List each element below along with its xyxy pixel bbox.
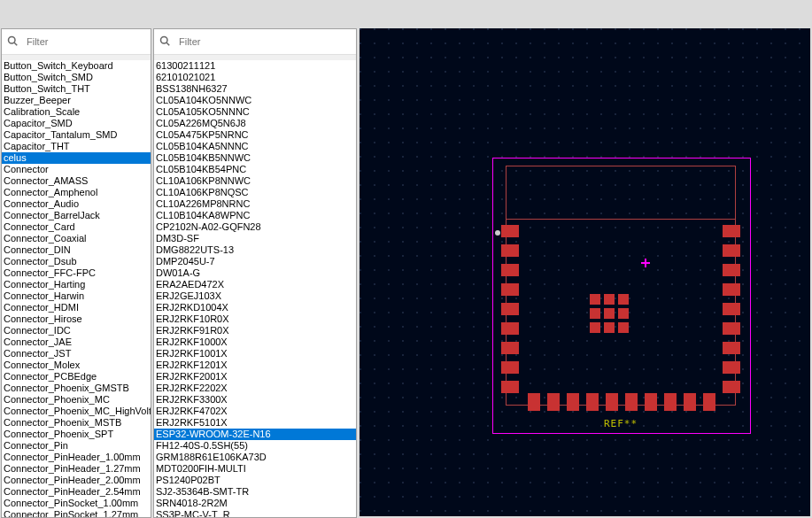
thermal-pad bbox=[590, 308, 600, 319]
list-item[interactable]: SS3P-MC-V-T_R bbox=[154, 509, 356, 517]
list-item[interactable]: CL05A475KP5NRNC bbox=[154, 129, 356, 141]
list-item[interactable]: Connector_IDC bbox=[2, 325, 151, 336]
list-item[interactable]: Connector_PinHeader_1.00mm bbox=[2, 452, 151, 463]
list-item[interactable]: DMG8822UTS-13 bbox=[154, 244, 356, 256]
list-item[interactable]: DMP2045U-7 bbox=[154, 256, 356, 267]
list-item[interactable]: celus bbox=[2, 152, 151, 164]
list-item[interactable]: Connector_AMASS bbox=[2, 175, 151, 187]
list-item[interactable]: Connector_Harting bbox=[2, 279, 151, 290]
list-item[interactable]: CL10A226MP8NRNC bbox=[154, 198, 356, 210]
list-item[interactable]: Connector_Phoenix_MSTB bbox=[2, 417, 151, 429]
list-item[interactable]: Capacitor_THT bbox=[2, 141, 151, 152]
list-item[interactable]: ERJ2RKF5101X bbox=[154, 417, 356, 429]
list-item[interactable]: Connector_Harwin bbox=[2, 290, 151, 302]
list-item[interactable]: CL05B104KB5NNWC bbox=[154, 152, 356, 164]
library-list[interactable]: Button_Switch_KeyboardButton_Switch_SMDB… bbox=[2, 60, 151, 517]
list-item[interactable]: ERJ2RKF91R0X bbox=[154, 325, 356, 336]
list-item[interactable]: ERJ2RKD1004X bbox=[154, 302, 356, 313]
app-window: Button_Switch_KeyboardButton_Switch_SMDB… bbox=[0, 0, 812, 518]
list-item[interactable]: Connector_PinHeader_2.00mm bbox=[2, 475, 151, 486]
silk-line bbox=[506, 219, 736, 220]
footprint-filter-row bbox=[154, 29, 356, 55]
list-item[interactable]: SRN4018-2R2M bbox=[154, 498, 356, 509]
list-item[interactable]: Connector_Amphenol bbox=[2, 187, 151, 198]
list-item[interactable]: Connector_Pin bbox=[2, 440, 151, 452]
list-item[interactable]: CP2102N-A02-GQFN28 bbox=[154, 221, 356, 233]
list-item[interactable]: Connector_Phoenix_MC_HighVolt… bbox=[2, 406, 151, 417]
preview-canvas[interactable]: REF** bbox=[360, 28, 810, 516]
list-item[interactable]: Buzzer_Beeper bbox=[2, 95, 151, 106]
smd-pad bbox=[501, 361, 519, 374]
list-item[interactable]: Connector_Dsub bbox=[2, 256, 151, 267]
smd-pad bbox=[723, 322, 740, 335]
list-item[interactable]: Connector_Coaxial bbox=[2, 233, 151, 244]
list-item[interactable]: CL05A226MQ5N6J8 bbox=[154, 118, 356, 129]
library-filter-row bbox=[2, 29, 151, 55]
list-item[interactable]: Connector bbox=[2, 164, 151, 175]
list-item[interactable]: 62101021021 bbox=[154, 72, 356, 83]
list-item[interactable]: Connector_BarrelJack bbox=[2, 210, 151, 221]
list-item[interactable]: Connector_Card bbox=[2, 221, 151, 233]
smd-pad bbox=[723, 244, 740, 257]
list-item[interactable]: Button_Switch_Keyboard bbox=[2, 60, 151, 72]
list-item[interactable]: CL05A105KO5NNNC bbox=[154, 106, 356, 118]
list-item[interactable]: GRM188R61E106KA73D bbox=[154, 452, 356, 463]
list-item[interactable]: Calibration_Scale bbox=[2, 106, 151, 118]
list-item[interactable]: ERA2AED472X bbox=[154, 279, 356, 290]
list-item[interactable]: CL05B104KA5NNNC bbox=[154, 141, 356, 152]
list-item[interactable]: SJ2-35364B-SMT-TR bbox=[154, 486, 356, 498]
list-item[interactable]: BSS138NH6327 bbox=[154, 83, 356, 95]
list-item[interactable]: Connector_Hirose bbox=[2, 313, 151, 325]
footprint-filter-input[interactable] bbox=[177, 35, 351, 48]
thermal-pad bbox=[590, 294, 600, 305]
smd-pad bbox=[501, 244, 519, 257]
smd-pad bbox=[501, 264, 519, 276]
list-item[interactable]: CL05B104KB54PNC bbox=[154, 164, 356, 175]
list-item[interactable]: Connector_PinSocket_1.00mm bbox=[2, 498, 151, 509]
list-item[interactable]: Connector_HDMI bbox=[2, 302, 151, 313]
list-item[interactable]: PS1240P02BT bbox=[154, 475, 356, 486]
list-item[interactable]: ERJ2RKF4702X bbox=[154, 406, 356, 417]
silk-line bbox=[506, 166, 736, 166]
list-item[interactable]: DM3D-SF bbox=[154, 233, 356, 244]
list-item[interactable]: CL10A106KP8NNWC bbox=[154, 175, 356, 187]
list-item[interactable]: CL10A106KP8NQSC bbox=[154, 187, 356, 198]
list-item[interactable]: Connector_JAE bbox=[2, 336, 151, 348]
smd-pad bbox=[645, 393, 657, 411]
list-item[interactable]: 61300211121 bbox=[154, 60, 356, 72]
list-item[interactable]: Connector_PCBEdge bbox=[2, 371, 151, 383]
list-item[interactable]: Connector_JST bbox=[2, 348, 151, 360]
list-item[interactable]: Connector_Audio bbox=[2, 198, 151, 210]
list-item[interactable]: ERJ2RKF1000X bbox=[154, 336, 356, 348]
list-item[interactable]: DW01A-G bbox=[154, 267, 356, 279]
list-item[interactable]: Connector_Phoenix_SPT bbox=[2, 429, 151, 440]
list-item[interactable]: Capacitor_Tantalum_SMD bbox=[2, 129, 151, 141]
list-item[interactable]: Connector_Phoenix_GMSTB bbox=[2, 383, 151, 394]
list-item[interactable]: Connector_PinSocket_1.27mm bbox=[2, 509, 151, 517]
library-filter-input[interactable] bbox=[25, 35, 151, 48]
footprint-list[interactable]: 6130021112162101021021BSS138NH6327CL05A1… bbox=[154, 60, 356, 517]
svg-line-1 bbox=[14, 43, 17, 45]
list-item[interactable]: ERJ2RKF1001X bbox=[154, 348, 356, 360]
list-item[interactable]: Button_Switch_THT bbox=[2, 83, 151, 95]
list-item[interactable]: Connector_Phoenix_MC bbox=[2, 394, 151, 406]
list-item[interactable]: ERJ2RKF2202X bbox=[154, 383, 356, 394]
list-item[interactable]: ERJ2RKF10R0X bbox=[154, 313, 356, 325]
list-item[interactable]: ESP32-WROOM-32E-N16 bbox=[154, 429, 356, 440]
list-item[interactable]: CL10B104KA8WPNC bbox=[154, 210, 356, 221]
list-item[interactable]: Connector_DIN bbox=[2, 244, 151, 256]
list-item[interactable]: Connector_PinHeader_2.54mm bbox=[2, 486, 151, 498]
list-item[interactable]: ERJ2GEJ103X bbox=[154, 290, 356, 302]
list-item[interactable]: Connector_FFC-FPC bbox=[2, 267, 151, 279]
list-item[interactable]: ERJ2RKF1201X bbox=[154, 360, 356, 371]
list-item[interactable]: CL05A104KO5NNWC bbox=[154, 95, 356, 106]
list-item[interactable]: FH12-40S-0.5SH(55) bbox=[154, 440, 356, 452]
list-item[interactable]: Connector_PinHeader_1.27mm bbox=[2, 463, 151, 475]
list-item[interactable]: MDT0200FIH-MULTI bbox=[154, 463, 356, 475]
list-item[interactable]: Connector_Molex bbox=[2, 360, 151, 371]
list-item[interactable]: ERJ2RKF2001X bbox=[154, 371, 356, 383]
list-item[interactable]: ERJ2RKF3300X bbox=[154, 394, 356, 406]
thermal-pad bbox=[618, 322, 629, 333]
list-item[interactable]: Capacitor_SMD bbox=[2, 118, 151, 129]
list-item[interactable]: Button_Switch_SMD bbox=[2, 72, 151, 83]
